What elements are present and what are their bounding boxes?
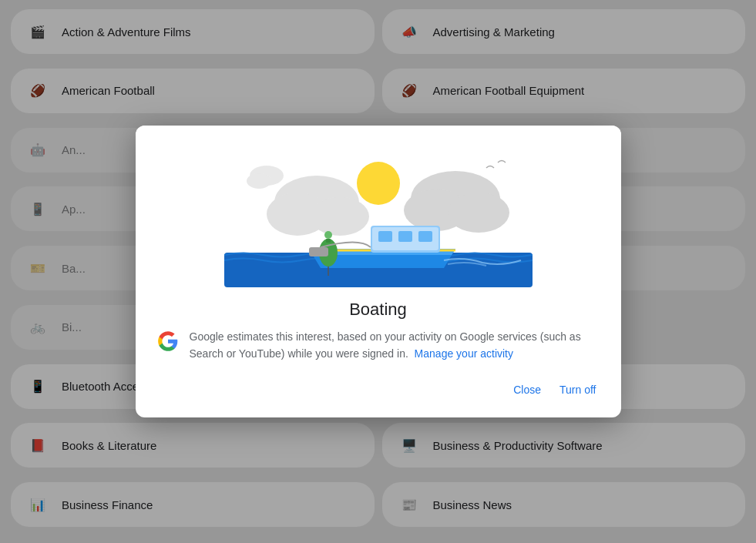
svg-point-9 bbox=[247, 173, 271, 189]
svg-rect-18 bbox=[418, 231, 432, 242]
modal-description: Google estimates this interest, based on… bbox=[190, 329, 600, 362]
modal-actions: Close Turn off bbox=[136, 362, 621, 402]
close-button[interactable]: Close bbox=[510, 377, 544, 402]
boating-modal: Boating Google estimates this interest, … bbox=[136, 126, 621, 417]
svg-rect-17 bbox=[398, 231, 412, 242]
manage-activity-link[interactable]: Manage your activity bbox=[415, 347, 513, 360]
svg-point-1 bbox=[357, 162, 400, 205]
turn-off-button[interactable]: Turn off bbox=[556, 377, 599, 402]
svg-point-7 bbox=[448, 193, 509, 233]
google-logo-icon bbox=[157, 330, 179, 352]
svg-point-21 bbox=[324, 231, 332, 239]
svg-rect-20 bbox=[326, 239, 331, 243]
svg-rect-23 bbox=[309, 247, 328, 256]
modal-body: Google estimates this interest, based on… bbox=[136, 329, 621, 362]
modal-illustration bbox=[136, 126, 621, 287]
modal-backdrop: Boating Google estimates this interest, … bbox=[0, 0, 756, 543]
svg-rect-16 bbox=[378, 231, 392, 242]
svg-point-4 bbox=[311, 197, 369, 236]
modal-title: Boating bbox=[136, 300, 621, 320]
